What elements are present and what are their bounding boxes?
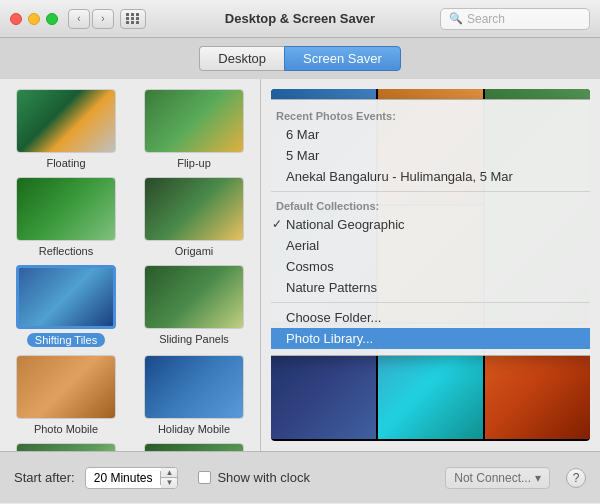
thumbnail-photomobile — [16, 355, 116, 419]
right-panel: Recent Photos Events: 6 Mar 5 Mar Anekal… — [261, 79, 600, 451]
thumbnail-floating — [16, 89, 116, 153]
stepper-down-button[interactable]: ▼ — [161, 478, 177, 488]
dropdown-item-photolibrary[interactable]: Photo Library... — [271, 328, 590, 349]
time-stepper[interactable]: 20 Minutes ▲ ▼ — [85, 467, 179, 489]
thumb-label-flipup: Flip-up — [177, 157, 211, 169]
thumbnail-extra2 — [144, 443, 244, 451]
dropdown-item-natgeo[interactable]: National Geographic — [271, 214, 590, 235]
help-button[interactable]: ? — [566, 468, 586, 488]
maximize-button[interactable] — [46, 13, 58, 25]
search-placeholder: Search — [467, 12, 505, 26]
thumb-label-origami: Origami — [175, 245, 214, 257]
back-button[interactable]: ‹ — [68, 9, 90, 29]
not-connected-dropdown[interactable]: Not Connect... ▾ — [445, 467, 550, 489]
thumb-label-reflections: Reflections — [39, 245, 93, 257]
list-item[interactable]: Photo Mobile — [10, 355, 122, 435]
nav-buttons: ‹ › — [68, 9, 114, 29]
thumb-label-shifting: Shifting Tiles — [27, 333, 105, 347]
thumbnail-reflections — [16, 177, 116, 241]
thumbnail-flipup — [144, 89, 244, 153]
tab-desktop[interactable]: Desktop — [199, 46, 284, 71]
dropdown-item-nature[interactable]: Nature Patterns — [271, 277, 590, 298]
list-item[interactable]: Sliding Panels — [138, 265, 250, 347]
preview-area: Recent Photos Events: 6 Mar 5 Mar Anekal… — [271, 89, 590, 441]
list-item[interactable]: Origami — [138, 177, 250, 257]
dropdown-item-5mar[interactable]: 5 Mar — [271, 145, 590, 166]
thumbnail-origami — [144, 177, 244, 241]
dropdown-section-default: Default Collections: — [271, 196, 590, 214]
close-button[interactable] — [10, 13, 22, 25]
thumb-label-photomobile: Photo Mobile — [34, 423, 98, 435]
list-item[interactable]: Floating — [10, 89, 122, 169]
list-item[interactable]: Flip-up — [138, 89, 250, 169]
not-connected-label: Not Connect... — [454, 471, 531, 485]
tabbar: Desktop Screen Saver — [0, 38, 600, 79]
thumbnail-holidaymobile — [144, 355, 244, 419]
window-title: Desktop & Screen Saver — [225, 11, 375, 26]
show-with-clock-checkbox[interactable] — [198, 471, 211, 484]
dropdown-divider — [271, 191, 590, 192]
list-item[interactable] — [10, 443, 122, 451]
dropdown-section-recent: Recent Photos Events: — [271, 106, 590, 124]
show-with-clock-label: Show with clock — [217, 470, 309, 485]
dropdown-item-cosmos[interactable]: Cosmos — [271, 256, 590, 277]
bottom-bar: Start after: 20 Minutes ▲ ▼ Show with cl… — [0, 451, 600, 503]
search-icon: 🔍 — [449, 12, 463, 25]
stepper-arrows: ▲ ▼ — [161, 468, 177, 488]
thumbnail-extra1 — [16, 443, 116, 451]
thumb-label-sliding: Sliding Panels — [159, 333, 229, 345]
left-panel: Floating Flip-up Reflections Origami Shi… — [0, 79, 260, 451]
grid-icon — [126, 13, 140, 24]
list-item[interactable] — [138, 443, 250, 451]
dropdown-item-choosefolder[interactable]: Choose Folder... — [271, 307, 590, 328]
minimize-button[interactable] — [28, 13, 40, 25]
list-item[interactable]: Shifting Tiles — [10, 265, 122, 347]
grid-button[interactable] — [120, 9, 146, 29]
search-box[interactable]: 🔍 Search — [440, 8, 590, 30]
main-content: Floating Flip-up Reflections Origami Shi… — [0, 79, 600, 451]
start-after-label: Start after: — [14, 470, 75, 485]
dropdown-item-anekal[interactable]: Anekal Bangaluru - Hulimangala, 5 Mar — [271, 166, 590, 187]
titlebar: ‹ › Desktop & Screen Saver 🔍 Search — [0, 0, 600, 38]
traffic-lights — [10, 13, 58, 25]
source-dropdown-menu: Recent Photos Events: 6 Mar 5 Mar Anekal… — [271, 99, 590, 356]
time-value: 20 Minutes — [86, 471, 162, 485]
dropdown-item-aerial[interactable]: Aerial — [271, 235, 590, 256]
tab-screensaver[interactable]: Screen Saver — [284, 46, 401, 71]
forward-button[interactable]: › — [92, 9, 114, 29]
thumbnail-sliding — [144, 265, 244, 329]
dropdown-item-6mar[interactable]: 6 Mar — [271, 124, 590, 145]
thumb-label-floating: Floating — [46, 157, 85, 169]
thumbnail-shifting — [16, 265, 116, 329]
stepper-up-button[interactable]: ▲ — [161, 468, 177, 479]
dropdown-chevron-icon: ▾ — [535, 471, 541, 485]
show-with-clock-area: Show with clock — [198, 470, 309, 485]
list-item[interactable]: Holiday Mobile — [138, 355, 250, 435]
dropdown-divider-2 — [271, 302, 590, 303]
list-item[interactable]: Reflections — [10, 177, 122, 257]
thumb-label-holidaymobile: Holiday Mobile — [158, 423, 230, 435]
